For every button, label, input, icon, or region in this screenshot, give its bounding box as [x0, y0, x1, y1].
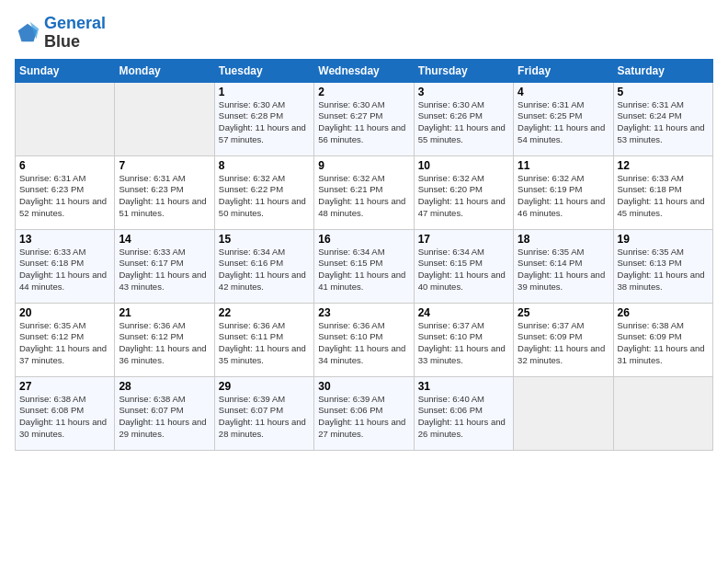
weekday-header-wednesday: Wednesday	[314, 59, 414, 82]
day-number: 17	[418, 233, 509, 246]
day-info: Sunrise: 6:34 AMSunset: 6:16 PMDaylight:…	[219, 247, 310, 293]
day-info: Sunrise: 6:38 AMSunset: 6:09 PMDaylight:…	[618, 320, 709, 367]
calendar-cell: 21Sunrise: 6:36 AMSunset: 6:12 PMDayligh…	[115, 303, 214, 376]
calendar-cell: 6Sunrise: 6:31 AMSunset: 6:23 PMDaylight…	[16, 155, 115, 229]
day-number: 21	[119, 306, 210, 319]
logo: General Blue	[15, 15, 106, 52]
calendar-cell: 10Sunrise: 6:32 AMSunset: 6:20 PMDayligh…	[414, 155, 513, 229]
day-info: Sunrise: 6:37 AMSunset: 6:10 PMDaylight:…	[418, 320, 509, 367]
calendar-week-3: 13Sunrise: 6:33 AMSunset: 6:18 PMDayligh…	[16, 229, 713, 303]
calendar-cell	[16, 82, 115, 155]
day-number: 24	[418, 306, 509, 319]
weekday-header-tuesday: Tuesday	[214, 59, 313, 82]
weekday-header-monday: Monday	[115, 59, 214, 82]
calendar-week-2: 6Sunrise: 6:31 AMSunset: 6:23 PMDaylight…	[16, 155, 713, 229]
calendar-cell: 3Sunrise: 6:30 AMSunset: 6:26 PMDaylight…	[414, 82, 513, 155]
day-number: 12	[618, 159, 709, 172]
calendar-week-5: 27Sunrise: 6:38 AMSunset: 6:08 PMDayligh…	[16, 376, 713, 450]
day-number: 5	[618, 86, 709, 98]
logo-icon	[15, 20, 40, 46]
day-info: Sunrise: 6:35 AMSunset: 6:14 PMDaylight:…	[518, 247, 609, 293]
day-info: Sunrise: 6:36 AMSunset: 6:11 PMDaylight:…	[219, 320, 310, 367]
page-header: General Blue	[15, 15, 713, 52]
day-number: 20	[19, 306, 110, 319]
day-number: 8	[219, 159, 310, 172]
day-info: Sunrise: 6:39 AMSunset: 6:07 PMDaylight:…	[219, 394, 310, 441]
calendar-cell	[514, 376, 613, 450]
day-info: Sunrise: 6:38 AMSunset: 6:07 PMDaylight:…	[119, 394, 210, 441]
weekday-header-saturday: Saturday	[613, 59, 712, 82]
day-number: 13	[19, 233, 110, 246]
calendar-cell: 8Sunrise: 6:32 AMSunset: 6:22 PMDaylight…	[214, 155, 313, 229]
day-info: Sunrise: 6:36 AMSunset: 6:12 PMDaylight:…	[119, 320, 210, 367]
day-number: 18	[518, 233, 609, 246]
day-info: Sunrise: 6:30 AMSunset: 6:26 PMDaylight:…	[418, 99, 509, 146]
day-number: 22	[219, 306, 310, 319]
day-number: 4	[518, 86, 609, 98]
calendar-cell: 5Sunrise: 6:31 AMSunset: 6:24 PMDaylight…	[613, 82, 712, 155]
calendar-cell: 31Sunrise: 6:40 AMSunset: 6:06 PMDayligh…	[414, 376, 513, 450]
calendar-cell: 27Sunrise: 6:38 AMSunset: 6:08 PMDayligh…	[16, 376, 115, 450]
calendar-cell: 11Sunrise: 6:32 AMSunset: 6:19 PMDayligh…	[514, 155, 613, 229]
calendar-cell: 23Sunrise: 6:36 AMSunset: 6:10 PMDayligh…	[314, 303, 414, 376]
calendar-cell	[613, 376, 712, 450]
day-info: Sunrise: 6:34 AMSunset: 6:15 PMDaylight:…	[418, 247, 509, 293]
day-number: 31	[418, 380, 509, 393]
day-number: 9	[318, 159, 409, 172]
calendar-cell: 17Sunrise: 6:34 AMSunset: 6:15 PMDayligh…	[414, 229, 513, 303]
day-info: Sunrise: 6:40 AMSunset: 6:06 PMDaylight:…	[418, 394, 509, 441]
day-info: Sunrise: 6:30 AMSunset: 6:28 PMDaylight:…	[219, 99, 310, 146]
day-number: 14	[119, 233, 210, 246]
day-info: Sunrise: 6:36 AMSunset: 6:10 PMDaylight:…	[318, 320, 409, 367]
calendar-cell: 29Sunrise: 6:39 AMSunset: 6:07 PMDayligh…	[214, 376, 313, 450]
calendar-cell	[115, 82, 214, 155]
day-info: Sunrise: 6:32 AMSunset: 6:21 PMDaylight:…	[318, 173, 409, 220]
day-number: 19	[618, 233, 709, 246]
day-info: Sunrise: 6:33 AMSunset: 6:18 PMDaylight:…	[19, 247, 110, 293]
day-number: 7	[119, 159, 210, 172]
day-info: Sunrise: 6:31 AMSunset: 6:23 PMDaylight:…	[19, 173, 110, 220]
day-info: Sunrise: 6:33 AMSunset: 6:18 PMDaylight:…	[618, 173, 709, 220]
calendar-cell: 9Sunrise: 6:32 AMSunset: 6:21 PMDaylight…	[314, 155, 414, 229]
day-info: Sunrise: 6:32 AMSunset: 6:20 PMDaylight:…	[418, 173, 509, 220]
day-number: 30	[318, 380, 409, 393]
calendar-cell: 13Sunrise: 6:33 AMSunset: 6:18 PMDayligh…	[16, 229, 115, 303]
calendar-cell: 26Sunrise: 6:38 AMSunset: 6:09 PMDayligh…	[613, 303, 712, 376]
calendar-cell: 19Sunrise: 6:35 AMSunset: 6:13 PMDayligh…	[613, 229, 712, 303]
calendar-week-1: 1Sunrise: 6:30 AMSunset: 6:28 PMDaylight…	[16, 82, 713, 155]
calendar-cell: 14Sunrise: 6:33 AMSunset: 6:17 PMDayligh…	[115, 229, 214, 303]
calendar-cell: 16Sunrise: 6:34 AMSunset: 6:15 PMDayligh…	[314, 229, 414, 303]
day-info: Sunrise: 6:35 AMSunset: 6:12 PMDaylight:…	[19, 320, 110, 367]
day-info: Sunrise: 6:33 AMSunset: 6:17 PMDaylight:…	[119, 247, 210, 293]
calendar-cell: 2Sunrise: 6:30 AMSunset: 6:27 PMDaylight…	[314, 82, 414, 155]
day-info: Sunrise: 6:31 AMSunset: 6:23 PMDaylight:…	[119, 173, 210, 220]
day-number: 11	[518, 159, 609, 172]
day-info: Sunrise: 6:38 AMSunset: 6:08 PMDaylight:…	[19, 394, 110, 441]
calendar-cell: 15Sunrise: 6:34 AMSunset: 6:16 PMDayligh…	[214, 229, 313, 303]
weekday-header-sunday: Sunday	[16, 59, 115, 82]
day-number: 16	[318, 233, 409, 246]
day-number: 1	[219, 86, 310, 98]
day-number: 29	[219, 380, 310, 393]
day-number: 26	[618, 306, 709, 319]
day-number: 25	[518, 306, 609, 319]
day-number: 3	[418, 86, 509, 98]
calendar-table: SundayMondayTuesdayWednesdayThursdayFrid…	[15, 59, 713, 451]
calendar-cell: 4Sunrise: 6:31 AMSunset: 6:25 PMDaylight…	[514, 82, 613, 155]
calendar-cell: 22Sunrise: 6:36 AMSunset: 6:11 PMDayligh…	[214, 303, 313, 376]
calendar-cell: 25Sunrise: 6:37 AMSunset: 6:09 PMDayligh…	[514, 303, 613, 376]
day-info: Sunrise: 6:30 AMSunset: 6:27 PMDaylight:…	[318, 99, 409, 146]
day-number: 2	[318, 86, 409, 98]
logo-text: General Blue	[44, 15, 106, 52]
day-number: 27	[19, 380, 110, 393]
calendar-cell: 30Sunrise: 6:39 AMSunset: 6:06 PMDayligh…	[314, 376, 414, 450]
calendar-cell: 24Sunrise: 6:37 AMSunset: 6:10 PMDayligh…	[414, 303, 513, 376]
day-info: Sunrise: 6:34 AMSunset: 6:15 PMDaylight:…	[318, 247, 409, 293]
day-info: Sunrise: 6:31 AMSunset: 6:24 PMDaylight:…	[618, 99, 709, 146]
weekday-header-thursday: Thursday	[414, 59, 513, 82]
calendar-cell: 12Sunrise: 6:33 AMSunset: 6:18 PMDayligh…	[613, 155, 712, 229]
calendar-cell: 18Sunrise: 6:35 AMSunset: 6:14 PMDayligh…	[514, 229, 613, 303]
day-info: Sunrise: 6:31 AMSunset: 6:25 PMDaylight:…	[518, 99, 609, 146]
weekday-header-friday: Friday	[514, 59, 613, 82]
day-info: Sunrise: 6:39 AMSunset: 6:06 PMDaylight:…	[318, 394, 409, 441]
